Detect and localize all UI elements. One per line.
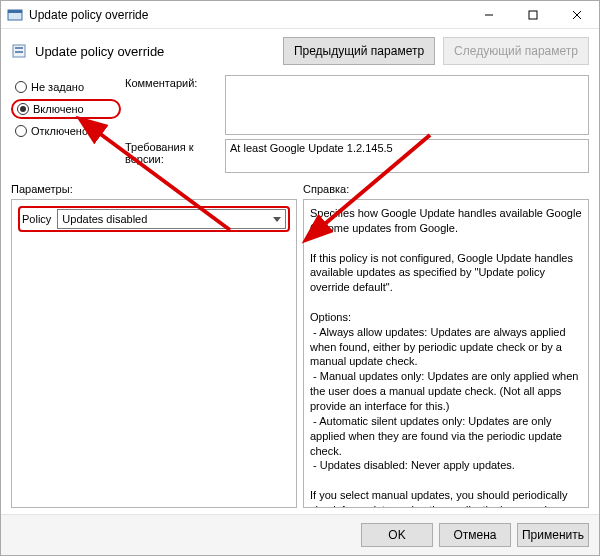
supported-textbox: At least Google Update 1.2.145.5 bbox=[225, 139, 589, 173]
svg-rect-8 bbox=[15, 51, 23, 53]
policy-icon bbox=[11, 43, 27, 59]
radio-icon bbox=[15, 81, 27, 93]
svg-rect-1 bbox=[8, 10, 22, 13]
upper-right-col: Комментарий: Требования к версии: At lea… bbox=[125, 75, 589, 173]
titlebar: Update policy override bbox=[1, 1, 599, 29]
supported-label: Требования к версии: bbox=[125, 139, 225, 165]
header-row: Update policy override Предыдущий параме… bbox=[1, 29, 599, 75]
cancel-button[interactable]: Отмена bbox=[439, 523, 511, 547]
help-text: Specifies how Google Update handles avai… bbox=[310, 206, 582, 508]
state-radio-group: Не задано Включено Отключено bbox=[11, 75, 121, 173]
radio-disabled[interactable]: Отключено bbox=[11, 123, 121, 139]
app-icon bbox=[7, 7, 23, 23]
previous-setting-button[interactable]: Предыдущий параметр bbox=[283, 37, 435, 65]
lower-section: Policy Updates disabled Specifies how Go… bbox=[1, 199, 599, 514]
options-pane: Policy Updates disabled bbox=[11, 199, 297, 508]
window-title: Update policy override bbox=[29, 8, 467, 22]
ok-button[interactable]: OK bbox=[361, 523, 433, 547]
radio-icon bbox=[15, 125, 27, 137]
help-pane[interactable]: Specifies how Google Update handles avai… bbox=[303, 199, 589, 508]
help-label: Справка: bbox=[303, 183, 589, 195]
chevron-down-icon bbox=[273, 217, 281, 222]
footer: OK Отмена Применить bbox=[1, 514, 599, 555]
section-labels: Параметры: Справка: bbox=[1, 173, 599, 199]
upper-section: Не задано Включено Отключено Комментарий… bbox=[1, 75, 599, 173]
policy-dropdown[interactable]: Updates disabled bbox=[57, 209, 286, 229]
options-label: Параметры: bbox=[11, 183, 303, 195]
svg-rect-7 bbox=[15, 47, 23, 49]
comment-label: Комментарий: bbox=[125, 75, 225, 89]
radio-label: Отключено bbox=[31, 125, 88, 137]
radio-enabled[interactable]: Включено bbox=[11, 99, 121, 119]
policy-selected-value: Updates disabled bbox=[62, 213, 147, 225]
radio-not-configured[interactable]: Не задано bbox=[11, 79, 121, 95]
policy-row: Policy Updates disabled bbox=[18, 206, 290, 232]
apply-button[interactable]: Применить bbox=[517, 523, 589, 547]
minimize-button[interactable] bbox=[467, 1, 511, 29]
radio-icon bbox=[17, 103, 29, 115]
policy-label: Policy bbox=[22, 213, 51, 225]
supported-value: At least Google Update 1.2.145.5 bbox=[230, 142, 393, 154]
radio-label: Не задано bbox=[31, 81, 84, 93]
comment-textbox[interactable] bbox=[225, 75, 589, 135]
svg-rect-3 bbox=[529, 11, 537, 19]
radio-label: Включено bbox=[33, 103, 84, 115]
policy-editor-window: Update policy override Update policy ove… bbox=[0, 0, 600, 556]
close-button[interactable] bbox=[555, 1, 599, 29]
next-setting-button: Следующий параметр bbox=[443, 37, 589, 65]
policy-subtitle: Update policy override bbox=[35, 44, 275, 59]
maximize-button[interactable] bbox=[511, 1, 555, 29]
